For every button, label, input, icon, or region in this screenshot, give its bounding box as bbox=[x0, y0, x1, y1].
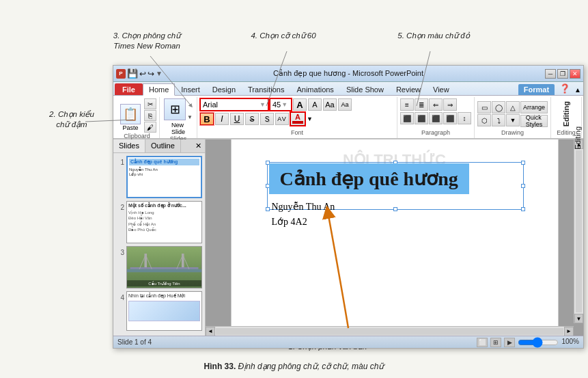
paste-group: 📋 Paste ✂ ⎘ 🖌 bbox=[117, 98, 156, 133]
align-left-button[interactable]: ⬛ bbox=[400, 112, 414, 124]
status-bar: Slide 1 of 4 ⬜ ⊞ ▶ 100% bbox=[113, 336, 583, 348]
copy-button[interactable]: ⎘ bbox=[144, 110, 156, 121]
decrease-indent-button[interactable]: ⇐ bbox=[429, 98, 443, 111]
increase-font-button[interactable]: A bbox=[293, 98, 307, 111]
new-slide-label: NewSlide bbox=[171, 122, 185, 135]
drawing-label: Drawing bbox=[501, 129, 524, 137]
bold-button[interactable]: B bbox=[200, 113, 214, 125]
slideshow-button[interactable]: ▶ bbox=[504, 338, 515, 347]
close-button[interactable]: ✕ bbox=[570, 69, 580, 79]
decrease-font-button[interactable]: A bbox=[308, 98, 322, 111]
scroll-left-button[interactable]: ◄ bbox=[206, 327, 215, 336]
slide-canvas: NỘI TRI THỨC VỚI CUỘC SỐNG Cảnh đẹp bbox=[206, 139, 583, 336]
underline-button[interactable]: U bbox=[230, 113, 244, 125]
ribbon-toggle[interactable]: ▲ bbox=[572, 85, 583, 95]
tab-home[interactable]: Home bbox=[143, 83, 175, 96]
tab-animations[interactable]: Animations bbox=[290, 83, 339, 95]
case-button[interactable]: Aa bbox=[338, 98, 352, 111]
tab-design[interactable]: Design bbox=[206, 83, 242, 95]
slide-thumb-2[interactable]: Một số cảnh đẹp ở nước... Vịnh Hạ LongĐè… bbox=[126, 201, 202, 243]
shape-btn-3[interactable]: △ bbox=[506, 101, 520, 113]
new-slide-button[interactable]: ⊞ bbox=[164, 98, 186, 120]
slide-textbox[interactable]: Cảnh đẹp quê hương Nguyễn Thu An Lớp 4A2 bbox=[269, 163, 525, 232]
font-color-dropdown[interactable]: ▼ bbox=[307, 116, 313, 122]
color-indicator bbox=[292, 121, 303, 124]
strikethrough-button[interactable]: S bbox=[245, 113, 259, 125]
tab-file[interactable]: File bbox=[115, 83, 143, 95]
clear-format-button[interactable]: Aa bbox=[323, 98, 337, 111]
arrange-button[interactable]: Arrange bbox=[520, 101, 548, 113]
save-icon[interactable]: 💾 bbox=[127, 68, 138, 79]
help-icon[interactable]: ❓ bbox=[557, 82, 572, 95]
quick-styles-button[interactable]: QuickStyles bbox=[520, 115, 548, 127]
normal-view-button[interactable]: ⬜ bbox=[477, 338, 488, 347]
slide-item-4[interactable]: 4 Nhìn lại cảnh đẹp Huế Mới bbox=[116, 291, 202, 331]
format-painter-button[interactable]: 🖌 bbox=[144, 122, 156, 133]
ribbon-group-clipboard: 📋 Paste ✂ ⎘ 🖌 Clipboard bbox=[115, 97, 160, 138]
horizontal-scrollbar[interactable]: ◄ ► bbox=[206, 326, 574, 336]
scroll-thumb[interactable] bbox=[576, 150, 582, 312]
tab-format[interactable]: Format bbox=[518, 84, 555, 95]
align-center-button[interactable]: ⬛ bbox=[415, 112, 428, 124]
columns-button[interactable]: ⬛ bbox=[443, 112, 457, 124]
editing-text-label: Editing bbox=[574, 126, 582, 150]
powerpoint-icon: P bbox=[116, 69, 126, 79]
font-row2: B I U S S AV A ▼ bbox=[200, 112, 394, 126]
slide-item-2[interactable]: 2 Một số cảnh đẹp ở nước... Vịnh Hạ Long… bbox=[116, 201, 202, 243]
editing-button[interactable]: Editing bbox=[562, 101, 570, 126]
tab-slides[interactable]: Slides bbox=[113, 139, 145, 152]
align-right-button[interactable]: ⬛ bbox=[429, 112, 443, 124]
undo-icon[interactable]: ↩ bbox=[139, 69, 146, 79]
shape-btn-2[interactable]: ◯ bbox=[492, 101, 505, 113]
font-name-input[interactable]: Arial ▼ bbox=[200, 98, 268, 111]
slide-item-1[interactable]: 1 Cảnh đẹp quê hương Nguyễn Thu AnLớp vh… bbox=[116, 156, 202, 198]
vertical-scrollbar[interactable]: ▲ ▼ bbox=[574, 139, 583, 323]
slide-thumb-3[interactable]: Cầu Trường Tiên bbox=[126, 246, 202, 288]
slide-main[interactable]: NỘI TRI THỨC VỚI CUỘC SỐNG Cảnh đẹp bbox=[231, 139, 559, 336]
figure-caption: Hình 33. Định dạng phông chữ, cỡ chữ, mà… bbox=[0, 362, 588, 371]
shape-btn-5[interactable]: ⤵ bbox=[492, 114, 505, 126]
tab-review[interactable]: Review bbox=[390, 83, 427, 95]
restore-button[interactable]: ❐ bbox=[557, 69, 568, 79]
bullet-list-button[interactable]: ≡ bbox=[400, 98, 414, 111]
cut-button[interactable]: ✂ bbox=[144, 98, 156, 109]
zoom-level: 100% bbox=[561, 338, 579, 347]
annotation-color: 5. Chọn màu chữ đỏ bbox=[393, 31, 475, 41]
paste-button[interactable]: 📋 Paste bbox=[117, 103, 143, 133]
tab-outline[interactable]: Outline bbox=[145, 139, 181, 152]
shapes-more[interactable]: ▼ bbox=[506, 114, 520, 126]
shape-btn-4[interactable]: ⬡ bbox=[477, 114, 491, 126]
slide-thumb-4[interactable]: Nhìn lại cảnh đẹp Huế Mới bbox=[126, 291, 202, 331]
font-size-input[interactable]: 45 ▼ bbox=[270, 98, 292, 111]
increase-indent-button[interactable]: ⇒ bbox=[443, 98, 457, 111]
scroll-right-button[interactable]: ► bbox=[564, 327, 574, 336]
ribbon-tabs: File Home Insert Design Transitions Anim… bbox=[113, 82, 583, 96]
shapes-grid: ▭ ◯ △ ⬡ ⤵ ▼ bbox=[477, 101, 518, 126]
shape-btn-1[interactable]: ▭ bbox=[477, 101, 491, 113]
slide-sorter-button[interactable]: ⊞ bbox=[490, 338, 501, 347]
numbered-list-button[interactable]: ≣ bbox=[415, 98, 428, 111]
font-color-button[interactable]: A bbox=[290, 112, 305, 126]
ribbon-group-slides: ⊞ ▼ NewSlide Slides bbox=[160, 97, 197, 138]
redo-icon[interactable]: ↪ bbox=[148, 69, 154, 79]
shadow-button[interactable]: S bbox=[260, 113, 274, 125]
zoom-slider[interactable] bbox=[518, 338, 559, 347]
scroll-h-thumb[interactable] bbox=[216, 328, 563, 335]
tab-insert[interactable]: Insert bbox=[175, 83, 206, 95]
slide-thumb-1[interactable]: Cảnh đẹp quê hương Nguyễn Thu AnLớp vhi bbox=[126, 156, 202, 198]
spacing-button[interactable]: AV bbox=[275, 113, 289, 125]
slide-author: Nguyễn Thu An Lớp 4A2 bbox=[269, 194, 525, 232]
scroll-down-button[interactable]: ▼ bbox=[574, 314, 583, 323]
new-slide-dropdown[interactable]: ▼ bbox=[187, 114, 193, 120]
tab-slideshow[interactable]: Slide Show bbox=[340, 83, 390, 95]
slide-title: Cảnh đẹp quê hương bbox=[269, 163, 469, 194]
tab-view[interactable]: View bbox=[427, 83, 456, 95]
line-spacing-button[interactable]: ↕ bbox=[458, 112, 471, 124]
panel-close-button[interactable]: ✕ bbox=[192, 139, 205, 152]
window-title: Cảnh đẹp que hương - Microsoft PowerPoin… bbox=[273, 69, 423, 78]
minimize-button[interactable]: ─ bbox=[545, 69, 556, 79]
tab-transitions[interactable]: Transitions bbox=[242, 83, 290, 95]
font-label: Font bbox=[291, 129, 303, 137]
italic-button[interactable]: I bbox=[215, 113, 229, 125]
slide-item-3[interactable]: 3 Cầu Trường Tiên bbox=[116, 246, 202, 288]
